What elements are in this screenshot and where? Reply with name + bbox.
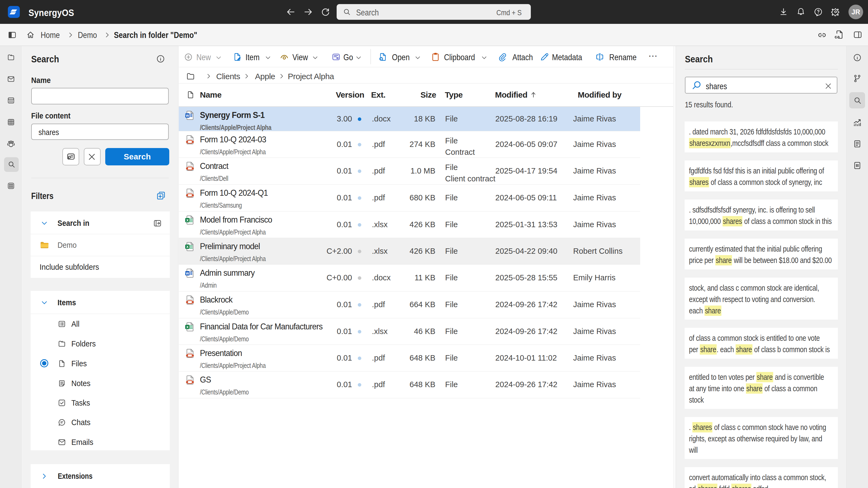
svg-text:W: W [186,113,189,118]
svg-text:X: X [186,325,188,329]
svg-text:X: X [186,245,188,249]
svg-text:W: W [186,271,189,275]
svg-text:X: X [186,218,188,222]
